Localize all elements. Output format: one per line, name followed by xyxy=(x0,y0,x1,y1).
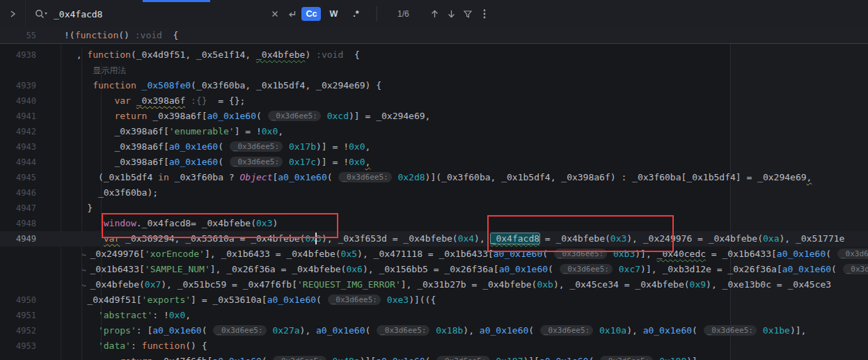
arrow-up-icon xyxy=(430,9,439,19)
line-number[interactable]: 4952 xyxy=(0,323,36,338)
line-number[interactable]: 4946 xyxy=(0,185,36,201)
find-bar: _0x4facd8 Cc W .* 1/6 xyxy=(0,0,868,29)
code-line-4947[interactable]: 4947 } xyxy=(0,201,868,216)
line-number[interactable]: 4949 xyxy=(0,231,36,246)
code-line-4941[interactable]: 4941 return _0x398a6f[a0_0x1e60( _0x3d6e… xyxy=(0,109,868,124)
active-tab-indicator xyxy=(143,0,210,2)
expand-replace-button[interactable] xyxy=(0,0,26,28)
code-line-wrap[interactable]: ↪ _0x1b6433['SAMPLE_NUM'], _0x26f36a = _… xyxy=(0,262,868,277)
more-vertical-icon xyxy=(483,8,486,19)
code-line-content: _0x398a6f[a0_0x1e60( _0x3d6ee5: 0x17b)] … xyxy=(65,139,370,155)
line-number[interactable]: 4944 xyxy=(0,155,36,170)
code-line-content: 'data': function() { xyxy=(65,338,207,354)
code-line-wrap[interactable]: ↪ _0x4bfebe(0x7), _0x51bc59 = _0x47f6fb[… xyxy=(0,277,868,292)
match-case-toggle[interactable]: Cc xyxy=(301,7,321,21)
code-line-content: var _0x398a6f :{} = {}; xyxy=(65,93,245,109)
line-number[interactable]: 4948 xyxy=(0,216,36,231)
code-line-content: _0x3f60ba); xyxy=(65,185,158,201)
regex-toggle[interactable]: .* xyxy=(346,7,365,21)
code-line-content: ↪ _0x1b6433['SAMPLE_NUM'], _0x26f36a = _… xyxy=(65,262,868,278)
code-line-content: window._0x4facd8= _0x4bfebe(0x3) xyxy=(65,216,278,231)
line-number[interactable]: 4950 xyxy=(0,292,36,308)
line-number[interactable]: 4947 xyxy=(0,201,36,216)
line-number[interactable]: 4945 xyxy=(0,170,36,185)
clear-search-button[interactable] xyxy=(267,6,283,22)
code-line-4946[interactable]: 4946 _0x3f60ba); xyxy=(0,185,868,201)
line-number[interactable]: 4942 xyxy=(0,124,36,139)
line-number[interactable]: 4941 xyxy=(0,109,36,124)
code-line-4948[interactable]: 4948 window._0x4facd8= _0x4bfebe(0x3) xyxy=(0,216,868,231)
filter-funnel-icon xyxy=(463,9,473,19)
multiline-toggle-button[interactable] xyxy=(283,6,300,22)
line-number[interactable]: 4951 xyxy=(0,308,36,323)
code-line-4945[interactable]: 4945 (_0x1b5df4 in _0x3f60ba ? Object[a0… xyxy=(0,170,868,185)
code-line-wrap[interactable]: ↪ _0x249976['xorEncode'], _0x1b6433 = _0… xyxy=(0,246,868,262)
filter-search-button[interactable] xyxy=(459,6,476,22)
search-input[interactable]: _0x4facd8 xyxy=(54,9,102,19)
code-line-4951[interactable]: 4951 'abstract': !0x0, xyxy=(0,308,868,323)
previous-match-button[interactable] xyxy=(426,6,443,22)
line-number[interactable]: 4953 xyxy=(0,338,36,354)
code-line-4952[interactable]: 4952 'props': [a0_0x1e60( _0x3d6ee5: 0x2… xyxy=(0,323,868,338)
code-line-4950[interactable]: 4950 _0x4d9f51['exports'] = _0x53610a[a0… xyxy=(0,292,868,308)
code-line-4942[interactable]: 4942 _0x398a6f['enumerable'] = !0x0, xyxy=(0,124,868,139)
code-line-content: ↪ _0x4bfebe(0x7), _0x51bc59 = _0x47f6fb[… xyxy=(65,277,831,293)
next-match-button[interactable] xyxy=(443,6,459,22)
code-line-content: } xyxy=(65,201,93,216)
current-search-match[interactable]: _0x4facd8 xyxy=(491,233,539,244)
code-line-4953[interactable]: 4953 'data': function() { xyxy=(0,338,868,354)
newline-icon xyxy=(287,9,297,19)
code-line-4939[interactable]: 4939 function _0x508fe0(_0x3f60ba, _0x1b… xyxy=(0,78,868,93)
code-line-content: return _0x47f6fb[a0_0x1e60( _0x3d6ee5: 0… xyxy=(65,354,697,360)
more-options-button[interactable] xyxy=(476,6,493,22)
code-line-content: ↪ _0x249976['xorEncode'], _0x1b6433 = _0… xyxy=(65,246,868,263)
code-line-4940[interactable]: 4940 var _0x398a6f :{} = {}; xyxy=(0,93,868,109)
divider xyxy=(377,6,377,22)
code-line-content: _0x398a6f[a0_0x1e60( _0x3d6ee5: 0x17c)] … xyxy=(65,155,370,170)
line-number[interactable]: 4938 xyxy=(0,47,36,63)
sticky-scope-line[interactable]: 55 !(function() :void { xyxy=(0,28,868,44)
chevron-right-icon xyxy=(8,10,17,18)
code-line-wrap[interactable]: 显示用法 xyxy=(0,63,868,78)
whole-words-toggle[interactable]: W xyxy=(324,7,343,21)
code-line-content: _0x398a6f['enumerable'] = !0x0, xyxy=(65,124,283,139)
code-line-content: 显示用法 xyxy=(65,63,126,78)
match-count: 1/6 xyxy=(393,9,413,19)
code-line-content: 'props': [a0_0x1e60( _0x3d6ee5: 0x27a), … xyxy=(65,323,806,338)
close-icon xyxy=(271,10,279,18)
line-number[interactable]: 4943 xyxy=(0,139,36,155)
line-number[interactable]: 4940 xyxy=(0,93,36,109)
code-line-4943[interactable]: 4943 _0x398a6f[a0_0x1e60( _0x3d6ee5: 0x1… xyxy=(0,139,868,155)
line-number[interactable]: 55 xyxy=(0,28,36,43)
code-line-content: _0x4d9f51['exports'] = _0x53610a[a0_0x1e… xyxy=(65,292,436,308)
code-editor[interactable]: 55 !(function() :void { 4938 , function(… xyxy=(0,28,868,360)
code-line-content: , function(_0x4d9f51, _0x5e1f14, _0x4bfe… xyxy=(65,47,360,63)
arrow-down-icon xyxy=(447,9,456,19)
code-line-content: var _0x369294, _0x53610a = _0x4bfebe(0x3… xyxy=(65,231,844,246)
code-line-content: 'abstract': !0x0, xyxy=(65,308,191,323)
line-number[interactable]: 4939 xyxy=(0,78,36,93)
code-line-4944[interactable]: 4944 _0x398a6f[a0_0x1e60( _0x3d6ee5: 0x1… xyxy=(0,155,868,170)
code-line-wrap[interactable]: return _0x47f6fb[a0_0x1e60( _0x3d6ee5: 0… xyxy=(0,354,868,360)
code-line-content: return _0x398a6f[a0_0x1e60( _0x3d6ee5: 0… xyxy=(65,109,430,124)
code-line-content: !(function() :void { xyxy=(64,28,178,43)
code-line-content: function _0x508fe0(_0x3f60ba, _0x1b5df4,… xyxy=(65,78,381,93)
code-line-content: (_0x1b5df4 in _0x3f60ba ? Object[a0_0x1e… xyxy=(65,170,812,185)
code-line-4938[interactable]: 4938 , function(_0x4d9f51, _0x5e1f14, _0… xyxy=(0,47,868,63)
code-line-4949[interactable]: 4949 var _0x369294, _0x53610a = _0x4bfeb… xyxy=(0,231,868,246)
search-icon[interactable] xyxy=(34,8,48,19)
